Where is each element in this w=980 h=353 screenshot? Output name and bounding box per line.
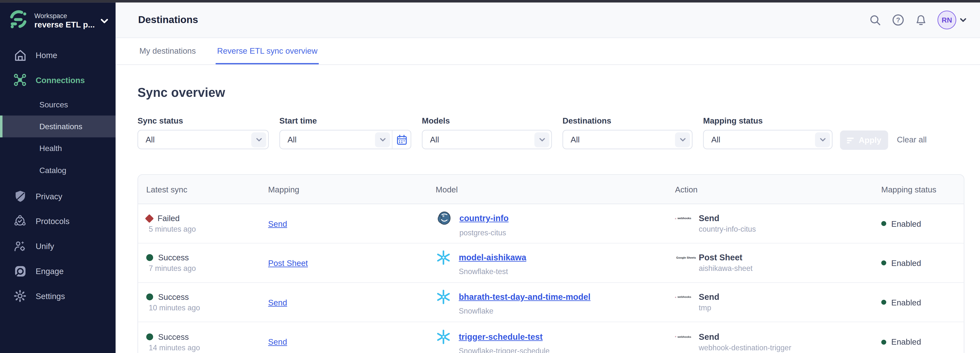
- action-destination: tmp: [699, 304, 873, 312]
- chevron-down-icon: [535, 132, 549, 147]
- start-time-select[interactable]: All: [280, 130, 411, 149]
- sync-time: 7 minutes ago: [149, 264, 260, 273]
- col-latest-sync: Latest sync: [138, 175, 260, 203]
- sidebar-item-destinations[interactable]: Destinations: [0, 116, 116, 137]
- mapping-link[interactable]: Send: [268, 219, 428, 228]
- destinations-select[interactable]: All: [562, 130, 692, 149]
- sidebar-item-catalog[interactable]: Catalog: [0, 159, 116, 181]
- protocols-icon: [13, 215, 27, 227]
- sync-status-select[interactable]: All: [137, 130, 269, 149]
- sidebar-item-home[interactable]: Home: [0, 43, 116, 67]
- sidebar-item-privacy[interactable]: Privacy: [0, 184, 116, 209]
- success-status-icon: [146, 254, 153, 261]
- model-link[interactable]: country-info: [459, 214, 509, 223]
- sync-status-filter-label: Sync status: [137, 116, 269, 125]
- sidebar-item-sources[interactable]: Sources: [0, 93, 116, 116]
- sidebar-item-label: Sources: [39, 100, 68, 109]
- snowflake-icon: [436, 250, 451, 266]
- enabled-status-dot: [881, 260, 886, 265]
- model-source: Snowflake: [459, 307, 667, 315]
- sync-status: Success: [158, 332, 189, 341]
- sidebar-item-label: Engage: [36, 266, 64, 275]
- notifications-bell-icon[interactable]: [915, 14, 927, 26]
- shield-icon: [13, 190, 27, 203]
- sync-status: Failed: [158, 214, 180, 223]
- gear-icon: [13, 290, 27, 302]
- filters-bar: Sync status All Start time All: [137, 116, 964, 150]
- table-header-row: Latest sync Mapping Model Action Mapping…: [138, 175, 964, 204]
- sidebar-item-label: Health: [39, 144, 62, 153]
- calendar-icon[interactable]: [392, 130, 410, 149]
- model-source: postgres-citus: [459, 228, 667, 237]
- sidebar-item-label: Settings: [36, 291, 65, 301]
- rudderstack-logo-icon: [8, 9, 29, 33]
- failed-status-icon: [145, 214, 154, 223]
- chevron-down-icon: [251, 132, 266, 147]
- sidebar-item-label: Unify: [36, 241, 54, 250]
- tab-reverse-etl-sync-overview[interactable]: Reverse ETL sync overview: [216, 38, 319, 64]
- google-sheets-icon: Google Sheets: [675, 255, 691, 261]
- sidebar-item-connections[interactable]: Connections: [0, 67, 116, 92]
- success-status-icon: [146, 293, 153, 300]
- webhooks-icon: webhooks: [675, 215, 691, 222]
- app-canvas: Workspace reverse ETL p... Home: [0, 0, 980, 353]
- webhooks-icon: webhooks: [675, 294, 691, 300]
- apply-button[interactable]: Apply: [840, 130, 888, 150]
- table-row: Failed 5 minutes ago Send: [138, 204, 964, 244]
- sidebar: Workspace reverse ETL p... Home: [0, 2, 116, 353]
- model-source: Snowflake-trigger-schedule: [459, 346, 667, 353]
- table-row: Success 14 minutes ago Send: [138, 322, 964, 353]
- chevron-down-icon: [675, 132, 690, 147]
- workspace-name: reverse ETL p...: [34, 20, 94, 30]
- user-menu[interactable]: RN: [937, 11, 966, 29]
- model-link[interactable]: trigger-schedule-test: [459, 332, 543, 341]
- action-destination: webhook-destination-trigger: [699, 343, 873, 352]
- search-icon[interactable]: [869, 14, 881, 26]
- start-time-filter-label: Start time: [280, 116, 411, 125]
- sidebar-item-label: Protocols: [36, 217, 70, 226]
- sync-status: Success: [158, 292, 189, 302]
- action-name: Post Sheet: [699, 253, 743, 262]
- clear-all-link[interactable]: Clear all: [897, 135, 926, 144]
- col-mapping: Mapping: [260, 175, 428, 203]
- col-action: Action: [667, 175, 873, 203]
- action-name: Send: [699, 332, 719, 341]
- action-name: Send: [699, 292, 719, 302]
- sidebar-item-unify[interactable]: Unify: [0, 234, 116, 259]
- mapping-status-value: Enabled: [891, 219, 921, 228]
- enabled-status-dot: [881, 221, 886, 226]
- snowflake-icon: [436, 329, 451, 344]
- page-title: Destinations: [138, 14, 198, 26]
- mapping-link[interactable]: Send: [268, 298, 428, 307]
- mapping-link[interactable]: Post Sheet: [268, 258, 428, 268]
- sidebar-item-engage[interactable]: Engage: [0, 259, 116, 283]
- postgres-icon: [436, 210, 452, 226]
- connections-icon: [13, 73, 27, 87]
- models-select[interactable]: All: [422, 130, 552, 149]
- workspace-label: Workspace: [34, 11, 94, 20]
- workspace-chevron-down-icon: [100, 15, 108, 26]
- help-icon[interactable]: ?: [892, 14, 904, 26]
- tab-my-destinations[interactable]: My destinations: [138, 38, 197, 64]
- mapping-status-select[interactable]: All: [703, 130, 832, 149]
- sidebar-item-health[interactable]: Health: [0, 137, 116, 159]
- filter-icon: [847, 136, 854, 144]
- snowflake-icon: [436, 289, 451, 305]
- user-menu-chevron-down-icon: [960, 18, 966, 22]
- sync-status: Success: [158, 253, 189, 262]
- sidebar-item-label: Connections: [36, 75, 85, 85]
- workspace-switcher[interactable]: Workspace reverse ETL p...: [0, 2, 116, 38]
- sidebar-item-label: Privacy: [36, 192, 62, 201]
- chevron-down-icon: [815, 132, 830, 147]
- mapping-link[interactable]: Send: [268, 337, 428, 347]
- sidebar-item-settings[interactable]: Settings: [0, 283, 116, 309]
- sidebar-item-label: Home: [36, 50, 57, 60]
- model-link[interactable]: bharath-test-day-and-time-model: [459, 292, 590, 302]
- sidebar-item-protocols[interactable]: Protocols: [0, 209, 116, 234]
- sidebar-item-label: Destinations: [39, 122, 82, 131]
- mapping-status-value: Enabled: [891, 258, 921, 268]
- enabled-status-dot: [881, 339, 886, 344]
- avatar[interactable]: RN: [937, 11, 956, 29]
- model-source: Snowflake-test: [459, 267, 667, 276]
- model-link[interactable]: model-aishikawa: [459, 253, 526, 262]
